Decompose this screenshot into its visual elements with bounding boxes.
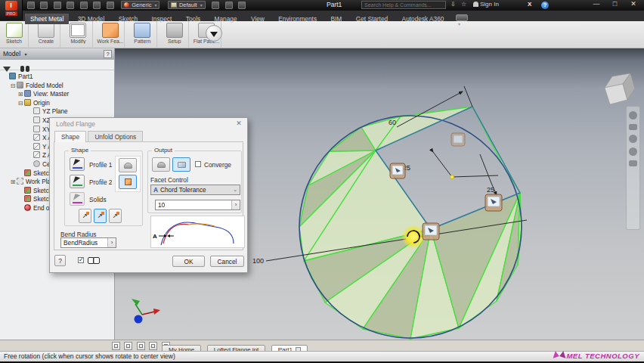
tree-item-yz-plane[interactable]: YZ Plane	[0, 107, 114, 116]
arrange-horizontal-icon[interactable]	[137, 342, 145, 350]
tab-bim[interactable]: BIM	[326, 14, 348, 24]
document-tab-bar: My Home Lofted Flange.ipt Part1	[0, 340, 644, 351]
tree-expander-icon[interactable]: ⊟	[9, 82, 17, 91]
new-file-icon[interactable]	[27, 2, 35, 9]
bend-radius-input[interactable]: BendRadius ›	[60, 237, 116, 248]
pattern-panel-icon	[134, 23, 150, 38]
tab-environments[interactable]: Environments	[273, 14, 322, 24]
panel-setup[interactable]: Setup	[160, 21, 189, 48]
profile2-select-button[interactable]	[70, 175, 85, 188]
a360-drive-icon[interactable]	[456, 14, 468, 21]
arrange-vertical-icon[interactable]	[149, 342, 157, 350]
output-group: Output Converge Facet Control AChord Tol…	[147, 150, 242, 213]
tab-unfold-options[interactable]: Unfold Options	[88, 131, 143, 142]
preview-checkbox[interactable]	[78, 257, 84, 263]
orbit-icon[interactable]	[629, 147, 637, 156]
redo-icon[interactable]	[80, 2, 88, 9]
viewcube[interactable]	[605, 73, 635, 104]
tree-expander-icon[interactable]: ⊟	[17, 99, 24, 108]
tree-item-folded-model[interactable]: ⊟Folded Model	[0, 82, 114, 91]
tree-item-view-master[interactable]: ⊞View: Master	[0, 90, 114, 99]
output-faceted-button[interactable]	[172, 157, 190, 172]
home-icon[interactable]	[93, 2, 101, 9]
sketch-badge-icon	[485, 194, 502, 211]
maximize-button[interactable]: □	[606, 0, 623, 8]
tree-item-origin[interactable]: ⊟Origin	[0, 99, 114, 108]
appearance-adjust-icon[interactable]	[212, 2, 219, 9]
tab-3d-model[interactable]: 3D Model	[73, 14, 110, 24]
minimize-button[interactable]: —	[588, 0, 605, 8]
tab-inspect[interactable]: Inspect	[147, 14, 178, 24]
panel-modify[interactable]: Modify	[64, 21, 93, 48]
exchange-download-icon[interactable]: ⇩	[450, 1, 456, 8]
profile1-select-button[interactable]	[70, 157, 85, 171]
converge-checkbox[interactable]	[195, 161, 201, 167]
plane-icon	[33, 116, 40, 123]
panel-create[interactable]: Create	[32, 21, 60, 48]
tile-windows-icon[interactable]	[124, 342, 132, 350]
tab-sketch[interactable]: Sketch	[113, 14, 143, 24]
material-dropdown[interactable]: Generic	[121, 1, 159, 9]
filter-icon[interactable]	[3, 67, 11, 72]
tab-autodesk-a360[interactable]: Autodesk A360	[397, 14, 450, 24]
panel-pattern[interactable]: Pattern	[128, 21, 157, 48]
zoom-icon[interactable]	[629, 135, 637, 143]
parameters-icon[interactable]	[225, 2, 233, 9]
pan-icon[interactable]	[629, 124, 637, 130]
tree-item-part1[interactable]: Part1	[0, 73, 114, 82]
tree-expander-icon[interactable]: ⊞	[17, 90, 24, 99]
tab-tools[interactable]: Tools	[181, 14, 206, 24]
undo-icon[interactable]	[67, 2, 74, 9]
save-icon[interactable]	[54, 2, 61, 9]
bend-option-b-button[interactable]	[94, 209, 107, 223]
tab-manage[interactable]: Manage	[209, 14, 243, 24]
lofted-flange-preview[interactable]	[299, 107, 522, 339]
find-icon[interactable]	[20, 66, 29, 72]
tab-sheet-metal[interactable]: Sheet Metal	[25, 14, 69, 24]
search-input[interactable]	[361, 1, 446, 9]
browser-header[interactable]: Model ?	[0, 48, 114, 60]
favorites-star-icon[interactable]	[461, 1, 466, 8]
press-brake-mode-button[interactable]	[119, 175, 137, 189]
facet-method-dropdown[interactable]: AChord Tolerance ⌄	[150, 185, 240, 195]
tab-shape[interactable]: Shape	[54, 131, 86, 142]
steering-wheel-icon[interactable]	[629, 111, 637, 119]
ok-button[interactable]: OK	[172, 256, 205, 267]
facet-value-input[interactable]: 10 ›	[155, 200, 240, 210]
bend-option-c-button[interactable]	[109, 209, 122, 223]
value-flyout-icon[interactable]: ›	[231, 200, 240, 209]
navigation-bar[interactable]	[626, 106, 640, 230]
appearance-dropdown[interactable]: Default	[168, 1, 206, 9]
panel-work-features[interactable]: Work Fea...	[96, 21, 125, 48]
folded-model-icon	[17, 82, 23, 88]
inventor-logo[interactable]: I PRO	[0, 0, 23, 20]
dialog-help-button[interactable]: ?	[54, 255, 66, 266]
close-button[interactable]: ✕	[625, 0, 642, 8]
output-smooth-button[interactable]	[152, 157, 170, 172]
pro-badge: PRO	[5, 11, 17, 16]
value-flyout-icon[interactable]: ›	[107, 238, 116, 247]
exchange-apps-icon[interactable]	[528, 1, 531, 8]
look-at-icon[interactable]	[629, 160, 637, 166]
tree-expander-icon[interactable]: ⊞	[9, 178, 17, 187]
panel-sketch[interactable]: Sketch	[0, 21, 29, 48]
tab-view[interactable]: View	[246, 14, 270, 24]
sign-in-button[interactable]: Sign In	[473, 1, 499, 8]
bend-option-a-button[interactable]	[79, 209, 91, 223]
die-formed-mode-button[interactable]	[119, 158, 137, 172]
measure-icon[interactable]	[238, 2, 246, 9]
ribbon-collapse-icon[interactable]	[206, 25, 222, 42]
solids-select-button[interactable]	[70, 192, 85, 206]
titlebar: Generic Default Part1 ⇩ Sign In ? — □ ✕	[0, 0, 644, 11]
help-icon[interactable]: ?	[541, 2, 549, 9]
sketch-shortcut-icon[interactable]	[107, 2, 114, 9]
browser-help-icon[interactable]: ?	[104, 50, 112, 58]
dialog-close-icon[interactable]: ✕	[234, 119, 243, 127]
view-icon	[24, 90, 31, 97]
browser-toolbar	[0, 60, 114, 70]
cascade-windows-icon[interactable]	[112, 342, 120, 350]
cancel-button[interactable]: Cancel	[210, 256, 244, 267]
free-rotate-cursor[interactable]	[401, 225, 426, 249]
tab-get-started[interactable]: Get Started	[351, 14, 393, 24]
open-icon[interactable]	[40, 2, 48, 9]
